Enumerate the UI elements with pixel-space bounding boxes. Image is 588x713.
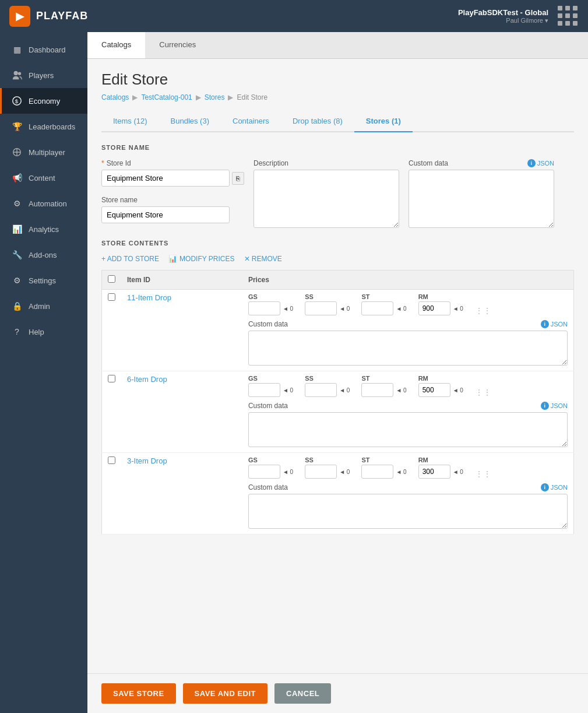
drag-handle-1[interactable]: ⋮⋮ xyxy=(475,388,491,397)
json-badge-header[interactable]: i JSON xyxy=(527,159,554,167)
ss-input-row: ◄ 0 xyxy=(305,383,350,397)
table-row: 11-Item Drop GS ◄ 0 SS xyxy=(102,290,574,371)
sub-tab-containers[interactable]: Containers xyxy=(221,111,281,132)
tab-currencies[interactable]: Currencies xyxy=(145,32,210,58)
breadcrumb-current: Edit Store xyxy=(237,93,267,101)
gs-input-row: ◄ 0 xyxy=(248,383,293,397)
sidebar-item-multiplayer[interactable]: Multiplayer xyxy=(0,139,87,165)
add-to-store-link[interactable]: + ADD TO STORE xyxy=(101,255,159,263)
rm-input-0[interactable] xyxy=(418,301,450,315)
save-and-edit-button[interactable]: SAVE AND EDIT xyxy=(183,683,267,704)
custom-data-header: Custom data i JSON xyxy=(248,402,568,410)
ss-arrow: ◄ 0 xyxy=(339,387,350,394)
st-input-2[interactable] xyxy=(361,465,393,479)
ss-label: SS xyxy=(305,456,350,463)
sub-tab-stores[interactable]: Stores (1) xyxy=(354,111,413,132)
item-link-1[interactable]: 6-Item Drop xyxy=(127,375,167,384)
remove-link[interactable]: ✕ REMOVE xyxy=(244,255,282,263)
sidebar-item-settings[interactable]: ⚙ Settings xyxy=(0,268,87,293)
sub-tab-bundles[interactable]: Bundles (3) xyxy=(159,111,221,132)
sidebar-item-admin[interactable]: 🔒 Admin xyxy=(0,293,87,319)
modify-prices-link[interactable]: 📊 MODIFY PRICES xyxy=(168,255,234,263)
st-label: ST xyxy=(361,375,406,382)
store-name-input[interactable] xyxy=(101,206,230,223)
item-link-2[interactable]: 3-Item Drop xyxy=(127,456,167,465)
st-input-1[interactable] xyxy=(361,383,393,397)
breadcrumb-catalogs[interactable]: Catalogs xyxy=(101,93,129,101)
st-input-0[interactable] xyxy=(361,301,393,315)
sub-tab-items[interactable]: Items (12) xyxy=(101,111,159,132)
store-contents-section: STORE CONTENTS + ADD TO STORE 📊 MODIFY P… xyxy=(101,240,574,535)
svg-text:$: $ xyxy=(15,98,18,104)
drag-handle-0[interactable]: ⋮⋮ xyxy=(475,306,491,315)
item-custom-textarea-0[interactable] xyxy=(248,331,568,366)
store-table: Item ID Prices 11-Item Drop GS xyxy=(101,270,574,535)
store-id-input[interactable] xyxy=(101,170,230,187)
sidebar-item-help[interactable]: ? Help xyxy=(0,319,87,345)
col-item-id: Item ID xyxy=(121,271,242,290)
prices-cell: GS ◄ 0 SS ◄ 0 ST xyxy=(242,453,574,535)
sidebar-item-leaderboards[interactable]: 🏆 Leaderboards xyxy=(0,114,87,139)
gs-input-row: ◄ 0 xyxy=(248,465,293,479)
row-checkbox-0[interactable] xyxy=(108,293,115,301)
row-checkbox-2[interactable] xyxy=(108,456,115,464)
item-custom-textarea-1[interactable] xyxy=(248,412,568,447)
rm-arrow: ◄ 0 xyxy=(453,387,463,394)
item-custom-data-label: Custom data xyxy=(248,320,288,328)
store-id-label: * Store Id xyxy=(101,159,244,167)
json-info-icon: i xyxy=(527,159,536,167)
breadcrumb-stores[interactable]: Stores xyxy=(205,93,225,101)
ss-label: SS xyxy=(305,293,350,300)
gs-input-2[interactable] xyxy=(248,465,280,479)
row-checkbox-cell xyxy=(102,453,122,535)
gs-input-0[interactable] xyxy=(248,301,280,315)
select-all-checkbox[interactable] xyxy=(108,275,115,283)
sidebar: ▦ Dashboard Players $ Economy 🏆 Leaderbo… xyxy=(0,32,87,713)
st-arrow: ◄ 0 xyxy=(396,469,406,475)
sidebar-item-dashboard[interactable]: ▦ Dashboard xyxy=(0,37,87,62)
item-json-label: JSON xyxy=(551,484,568,491)
sidebar-item-content[interactable]: 📢 Content xyxy=(0,165,87,191)
header-username[interactable]: Paul Gilmore ▾ xyxy=(458,17,548,24)
item-json-badge-0[interactable]: i JSON xyxy=(541,320,568,328)
breadcrumb-testcatalog[interactable]: TestCatalog-001 xyxy=(141,93,192,101)
row-checkbox-1[interactable] xyxy=(108,375,115,382)
multiplayer-icon xyxy=(11,146,23,158)
sidebar-item-economy[interactable]: $ Economy xyxy=(0,88,87,114)
item-custom-data-row: Custom data i JSON xyxy=(248,483,568,531)
cancel-button[interactable]: CANCEL xyxy=(274,683,331,704)
item-link-0[interactable]: 11-Item Drop xyxy=(127,293,171,302)
ss-input-1[interactable] xyxy=(305,383,337,397)
custom-data-textarea[interactable] xyxy=(409,170,554,228)
store-id-group: * Store Id ⎘ Store name xyxy=(101,159,244,228)
drag-handle-2[interactable]: ⋮⋮ xyxy=(475,469,491,479)
save-store-button[interactable]: SAVE STORE xyxy=(101,683,176,704)
ss-arrow: ◄ 0 xyxy=(339,469,350,475)
sidebar-item-analytics[interactable]: 📊 Analytics xyxy=(0,216,87,242)
rm-input-1[interactable] xyxy=(418,383,450,397)
store-id-copy-button[interactable]: ⎘ xyxy=(232,172,244,185)
sidebar-item-label: Add-ons xyxy=(29,251,57,259)
description-textarea[interactable] xyxy=(253,170,399,228)
rm-input-2[interactable] xyxy=(418,465,450,479)
col-checkbox xyxy=(102,271,122,290)
st-price-group: ST ◄ 0 xyxy=(361,293,406,315)
item-json-badge-2[interactable]: i JSON xyxy=(541,483,568,491)
st-price-group: ST ◄ 0 xyxy=(361,456,406,479)
ss-input-2[interactable] xyxy=(305,465,337,479)
gs-input-1[interactable] xyxy=(248,383,280,397)
item-json-badge-1[interactable]: i JSON xyxy=(541,402,568,410)
required-star: * xyxy=(101,159,104,167)
item-custom-textarea-2[interactable] xyxy=(248,494,568,529)
ss-input-0[interactable] xyxy=(305,301,337,315)
tab-catalogs[interactable]: Catalogs xyxy=(87,32,145,58)
sidebar-item-automation[interactable]: ⚙ Automation xyxy=(0,191,87,216)
top-header: ▶ PLAYFAB PlayFabSDKTest - Global Paul G… xyxy=(0,0,588,32)
col-prices: Prices xyxy=(242,271,574,290)
custom-data-label: Custom data xyxy=(409,159,448,167)
sidebar-item-addons[interactable]: 🔧 Add-ons xyxy=(0,242,87,268)
sidebar-item-players[interactable]: Players xyxy=(0,62,87,88)
sub-tab-drop-tables[interactable]: Drop tables (8) xyxy=(281,111,354,132)
item-json-info-icon: i xyxy=(541,402,549,410)
sidebar-item-label: Leaderboards xyxy=(29,122,75,131)
